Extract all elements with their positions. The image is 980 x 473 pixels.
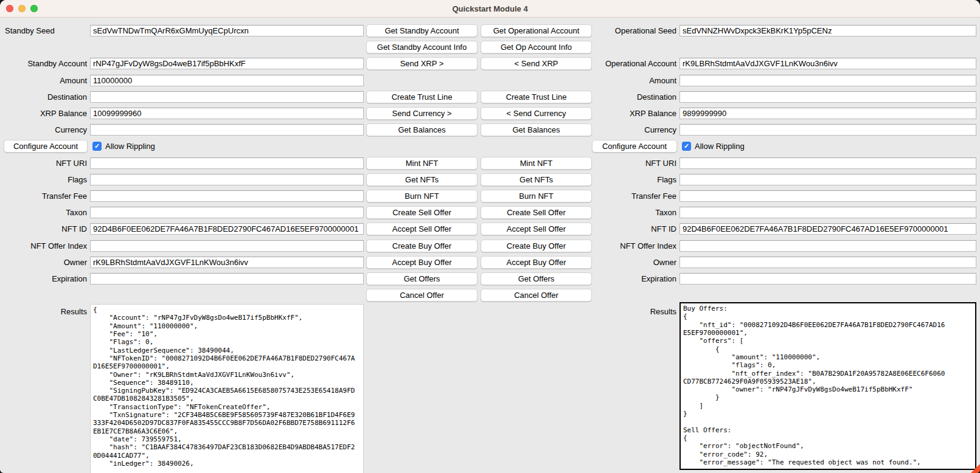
standby-expiration-field[interactable] <box>90 273 364 285</box>
get-op-account-info-button[interactable]: Get Op Account Info <box>481 41 592 54</box>
standby-destination-label: Destination <box>4 89 90 105</box>
operational-expiration-field[interactable] <box>679 273 976 285</box>
standby-taxon-field[interactable] <box>90 207 364 218</box>
operational-owner-label: Owner <box>592 254 679 271</box>
send-currency-right-button[interactable]: Send Currency > <box>366 107 478 120</box>
op-allow-rippling-label: Allow Rippling <box>695 142 745 151</box>
standby-nft-uri-field[interactable] <box>90 157 364 169</box>
standby-seed-field[interactable] <box>90 25 364 36</box>
standby-get-balances-button[interactable]: Get Balances <box>366 123 478 136</box>
op-mint-nft-button[interactable]: Mint NFT <box>481 157 592 170</box>
standby-owner-field[interactable] <box>90 257 364 268</box>
standby-account-field[interactable] <box>90 58 364 69</box>
standby-create-trust-line-button[interactable]: Create Trust Line <box>366 91 478 103</box>
operational-nft-offer-index-label: NFT Offer Index <box>592 237 679 254</box>
operational-currency-field[interactable] <box>679 124 976 136</box>
standby-nft-uri-label: NFT URI <box>4 155 90 171</box>
operational-transfer-fee-label: Transfer Fee <box>592 188 679 204</box>
close-window-icon[interactable] <box>6 5 13 12</box>
op-configure-account-button[interactable]: Configure Account <box>592 140 677 153</box>
send-currency-left-button[interactable]: < Send Currency <box>481 107 592 120</box>
send-xrp-right-button[interactable]: Send XRP > <box>366 57 478 70</box>
operational-xrp-balance-field[interactable] <box>679 108 976 119</box>
op-accept-buy-offer-button[interactable]: Accept Buy Offer <box>481 256 592 269</box>
standby-nft-id-label: NFT ID <box>4 221 90 237</box>
standby-amount-label: Amount <box>4 72 90 89</box>
standby-nft-offer-index-field[interactable] <box>90 240 364 252</box>
standby-expiration-label: Expiration <box>4 271 90 287</box>
resize-corner-icon[interactable] <box>971 464 980 473</box>
operational-transfer-fee-field[interactable] <box>679 190 976 202</box>
op-get-nfts-button[interactable]: Get NFTs <box>481 173 592 186</box>
standby-allow-rippling-checkbox[interactable]: ✓ <box>92 142 102 151</box>
operational-currency-label: Currency <box>592 122 679 138</box>
standby-amount-field[interactable] <box>90 75 364 86</box>
operational-nft-id-field[interactable] <box>679 223 976 235</box>
standby-get-nfts-button[interactable]: Get NFTs <box>366 173 478 186</box>
operational-taxon-field[interactable] <box>679 207 976 218</box>
standby-accept-buy-offer-button[interactable]: Accept Buy Offer <box>366 256 478 269</box>
form-content: Standby Seed Get Standby Account Get Ope… <box>0 18 980 473</box>
standby-get-offers-button[interactable]: Get Offers <box>366 272 478 285</box>
standby-create-buy-offer-button[interactable]: Create Buy Offer <box>366 240 478 252</box>
operational-account-label: Operational Account <box>592 55 679 72</box>
standby-currency-label: Currency <box>4 122 90 138</box>
operational-nft-uri-field[interactable] <box>679 157 976 169</box>
op-allow-rippling-checkbox[interactable]: ✓ <box>682 142 691 151</box>
minimize-window-icon[interactable] <box>18 5 26 12</box>
standby-allow-rippling-label: Allow Rippling <box>105 142 155 151</box>
op-get-offers-button[interactable]: Get Offers <box>481 272 592 285</box>
standby-seed-label: Standby Seed <box>4 22 90 39</box>
zoom-window-icon[interactable] <box>30 5 38 12</box>
get-operational-account-button[interactable]: Get Operational Account <box>481 24 592 37</box>
standby-transfer-fee-field[interactable] <box>90 190 364 202</box>
op-create-trust-line-button[interactable]: Create Trust Line <box>481 91 592 103</box>
standby-xrp-balance-field[interactable] <box>90 108 364 119</box>
standby-results-textarea[interactable]: { "Account": "rNP47gJFvDyW8gsDo4weB17if5… <box>90 304 364 473</box>
standby-results-label: Results <box>4 303 90 473</box>
operational-expiration-label: Expiration <box>592 271 679 287</box>
operational-nft-uri-label: NFT URI <box>592 155 679 171</box>
operational-taxon-label: Taxon <box>592 204 679 221</box>
standby-nft-offer-index-label: NFT Offer Index <box>4 237 90 254</box>
standby-burn-nft-button[interactable]: Burn NFT <box>366 190 478 202</box>
standby-mint-nft-button[interactable]: Mint NFT <box>366 157 478 170</box>
operational-nft-offer-index-field[interactable] <box>679 240 976 252</box>
operational-amount-label: Amount <box>592 72 679 89</box>
operational-owner-field[interactable] <box>679 257 976 268</box>
send-xrp-left-button[interactable]: < Send XRP <box>481 57 592 70</box>
operational-destination-field[interactable] <box>679 91 976 103</box>
standby-currency-field[interactable] <box>90 124 364 136</box>
operational-seed-label: Operational Seed <box>592 22 679 39</box>
standby-account-label: Standby Account <box>4 55 90 72</box>
standby-destination-field[interactable] <box>90 91 364 103</box>
standby-create-sell-offer-button[interactable]: Create Sell Offer <box>366 206 478 219</box>
operational-amount-field[interactable] <box>679 75 976 86</box>
operational-seed-field[interactable] <box>679 25 976 36</box>
op-create-buy-offer-button[interactable]: Create Buy Offer <box>481 240 592 252</box>
window-title: Quickstart Module 4 <box>452 4 527 13</box>
op-accept-sell-offer-button[interactable]: Accept Sell Offer <box>481 223 592 235</box>
standby-transfer-fee-label: Transfer Fee <box>4 188 90 204</box>
op-get-balances-button[interactable]: Get Balances <box>481 123 592 136</box>
standby-cancel-offer-button[interactable]: Cancel Offer <box>366 289 478 302</box>
get-standby-account-button[interactable]: Get Standby Account <box>366 24 478 37</box>
operational-flags-label: Flags <box>592 171 679 188</box>
standby-accept-sell-offer-button[interactable]: Accept Sell Offer <box>366 223 478 235</box>
op-create-sell-offer-button[interactable]: Create Sell Offer <box>481 206 592 219</box>
get-standby-account-info-button[interactable]: Get Standby Account Info <box>366 41 478 54</box>
standby-flags-field[interactable] <box>90 174 364 185</box>
standby-configure-account-button[interactable]: Configure Account <box>4 140 88 153</box>
operational-results-textarea[interactable]: Buy Offers: { "nft_id": "0008271092D4B6F… <box>679 302 976 470</box>
standby-xrp-balance-label: XRP Balance <box>4 105 90 122</box>
standby-nft-id-field[interactable] <box>90 223 364 235</box>
operational-xrp-balance-label: XRP Balance <box>592 105 679 122</box>
operational-flags-field[interactable] <box>679 174 976 185</box>
op-cancel-offer-button[interactable]: Cancel Offer <box>481 289 592 302</box>
operational-account-field[interactable] <box>679 58 976 69</box>
titlebar[interactable]: Quickstart Module 4 <box>0 0 980 18</box>
operational-nft-id-label: NFT ID <box>592 221 679 237</box>
standby-flags-label: Flags <box>4 171 90 188</box>
app-window: Quickstart Module 4 Standby Seed Get Sta… <box>0 0 980 473</box>
op-burn-nft-button[interactable]: Burn NFT <box>481 190 592 202</box>
